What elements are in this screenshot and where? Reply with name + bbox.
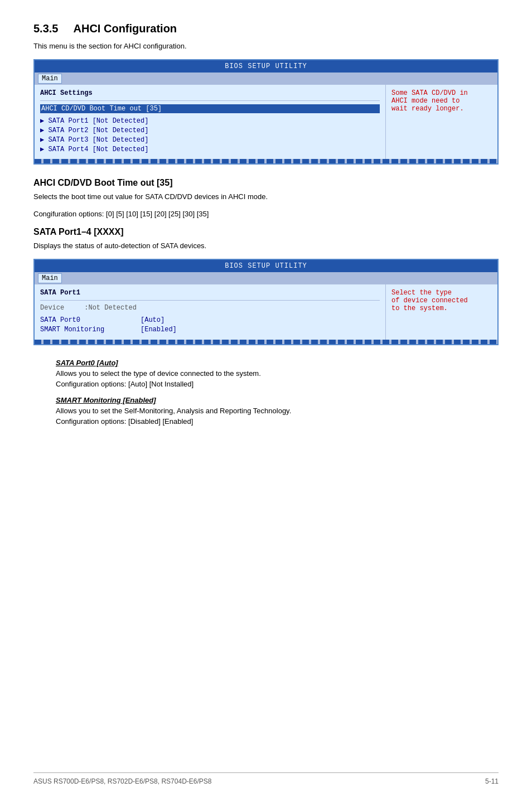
device-value: :Not Detected: [84, 304, 137, 312]
sata-port3-item[interactable]: ▶ SATA Port3 [Not Detected]: [40, 136, 380, 144]
subsection1-heading: AHCI CD/DVD Boot Time out [35]: [33, 178, 499, 188]
sata-port0-desc: Allows you to select the type of device …: [56, 369, 499, 378]
subsection2-heading: SATA Port1–4 [XXXX]: [33, 227, 499, 237]
device-label: Device: [40, 304, 64, 312]
section-intro: This menu is the section for AHCI config…: [33, 42, 499, 50]
sata-port1-label: SATA Port1: [40, 289, 380, 297]
smart-monitoring-row[interactable]: SMART Monitoring [Enabled]: [40, 326, 380, 334]
bios-header-1: BIOS SETUP UTILITY: [35, 60, 497, 73]
smart-monitoring-key: SMART Monitoring: [40, 326, 141, 334]
port-items: SATA Port0 [Auto] SMART Monitoring [Enab…: [40, 316, 380, 334]
bios-tab-row-2: Main: [35, 272, 497, 284]
bios-tab-row-1: Main: [35, 73, 497, 85]
sata-port0-config: Configuration options: [Auto] [Not Insta…: [56, 380, 499, 388]
ahci-highlighted-item[interactable]: AHCI CD/DVD Boot Time out [35]: [40, 104, 380, 113]
sata-port4-item[interactable]: ▶ SATA Port4 [Not Detected]: [40, 145, 380, 153]
bios-body-1: AHCI Settings AHCI CD/DVD Boot Time out …: [35, 85, 497, 159]
page-footer: ASUS RS700D-E6/PS8, RS702D-E6/PS8, RS704…: [33, 772, 499, 785]
bios-left-2: SATA Port1 Device :Not Detected SATA Por…: [35, 284, 386, 340]
ahci-settings-label: AHCI Settings: [40, 89, 380, 97]
smart-monitoring-val: [Enabled]: [141, 326, 177, 334]
subsection1-desc: Selects the boot time out value for SATA…: [33, 192, 499, 201]
bios-sep-2: [40, 300, 380, 301]
bios-tab-main-2[interactable]: Main: [38, 273, 62, 283]
sata-port0-label: SATA Port0 [Auto]: [56, 359, 499, 367]
bios-right-2: Select the typeof device connectedto the…: [386, 284, 497, 340]
footer-right: 5-11: [485, 777, 499, 785]
bios-left-1: AHCI Settings AHCI CD/DVD Boot Time out …: [35, 85, 386, 159]
smart-monitoring-section: SMART Monitoring [Enabled] Allows you to…: [56, 396, 499, 426]
sata-port0-section: SATA Port0 [Auto] Allows you to select t…: [56, 359, 499, 388]
subsection1-config: Congifuration options: [0] [5] [10] [15]…: [33, 210, 499, 218]
sata-port2-item[interactable]: ▶ SATA Port2 [Not Detected]: [40, 126, 380, 134]
subsection2-desc: Displays the status of auto-detection of…: [33, 241, 499, 250]
bios-footer-2: [35, 340, 497, 344]
section-number: 5.3.5: [33, 22, 58, 35]
sata-port0-key: SATA Port0: [40, 316, 141, 324]
bios-panel-2: BIOS SETUP UTILITY Main SATA Port1 Devic…: [33, 259, 499, 345]
arrow-items-1: ▶ SATA Port1 [Not Detected] ▶ SATA Port2…: [40, 117, 380, 153]
bios-sep-1: [40, 100, 380, 101]
sata-port0-row[interactable]: SATA Port0 [Auto]: [40, 316, 380, 324]
sata-port1-item[interactable]: ▶ SATA Port1 [Not Detected]: [40, 117, 380, 125]
section-heading: 5.3.5 AHCI Configuration: [33, 22, 499, 35]
bios-tab-main-1[interactable]: Main: [38, 74, 62, 84]
bios-header-2: BIOS SETUP UTILITY: [35, 260, 497, 272]
smart-monitoring-label: SMART Monitoring [Enabled]: [56, 396, 499, 404]
smart-monitoring-desc: Allows you to set the Self-Monitoring, A…: [56, 407, 499, 415]
smart-monitoring-config: Configuration options: [Disabled] [Enabl…: [56, 417, 499, 426]
footer-left: ASUS RS700D-E6/PS8, RS702D-E6/PS8, RS704…: [33, 777, 212, 785]
bios-panel-1: BIOS SETUP UTILITY Main AHCI Settings AH…: [33, 59, 499, 165]
sata-port0-val: [Auto]: [141, 316, 165, 324]
device-row: Device :Not Detected: [40, 304, 380, 312]
bios-right-1: Some SATA CD/DVD inAHCI mode need towait…: [386, 85, 497, 159]
section-title: AHCI Configuration: [74, 22, 177, 35]
bios-footer-1: [35, 159, 497, 163]
bios-body-2: SATA Port1 Device :Not Detected SATA Por…: [35, 284, 497, 340]
